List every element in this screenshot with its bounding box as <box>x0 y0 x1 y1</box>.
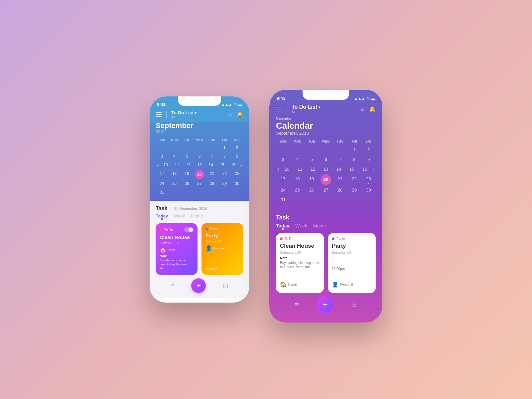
cal-cell-28[interactable]: 28 <box>206 180 218 188</box>
cal2-cell-21[interactable]: 21 <box>333 174 347 185</box>
cal2-cell-3[interactable]: 3 <box>276 155 290 164</box>
cal2-cell-27[interactable]: 27 <box>319 186 333 195</box>
tab-week-2[interactable]: Week <box>295 223 307 230</box>
cal-cell-1[interactable]: 1 <box>218 144 231 152</box>
cal2-cell-11[interactable]: 11 <box>293 165 306 174</box>
cal2-cell-13[interactable]: 13 <box>319 165 332 174</box>
cal2-cell-29[interactable]: 29 <box>347 186 361 195</box>
cal2-cell-22[interactable]: 22 <box>347 174 361 185</box>
cal2-cell-24[interactable]: 24 <box>276 186 290 195</box>
cal-cell-4[interactable]: 4 <box>168 152 181 160</box>
card-todo-1: To Do Clean House Subtasks 0/10 🏠 Home N… <box>156 223 198 275</box>
cal2-cell-31[interactable]: 31 <box>276 195 290 204</box>
cal-cell-14[interactable]: 14 <box>205 161 216 169</box>
card-type-row-todo-2: To Do <box>280 237 320 241</box>
phone-1: 9:41 ▲▲▲ ⊙ ▬ To Do List ▾ <box>150 96 249 303</box>
cal2-cell-25[interactable]: 25 <box>290 186 305 195</box>
toggle-btn-1[interactable] <box>184 227 194 232</box>
tab-today-2[interactable]: Today <box>276 223 289 230</box>
cal-prev-btn-1[interactable]: ‹ <box>156 162 160 168</box>
grid-icon-1[interactable]: ⊟ <box>223 282 228 290</box>
cal2-cell-9[interactable]: 9 <box>361 155 376 164</box>
cal2-cell-10[interactable]: 10 <box>280 165 293 174</box>
list-icon-1[interactable]: ≡ <box>171 282 175 290</box>
cal-cell-18[interactable]: 18 <box>168 170 181 179</box>
cal2-cell-28[interactable]: 28 <box>333 186 347 195</box>
card-event-2: Event Party Subtasks 0/3 19:00pm 👤 Perso… <box>328 233 376 293</box>
home-icon-1: 🏠 <box>160 247 166 253</box>
cal-cell-13[interactable]: 13 <box>194 161 205 169</box>
cal-cell-19[interactable]: 19 <box>181 170 193 179</box>
cal2-cell-26[interactable]: 26 <box>305 186 319 195</box>
search-icon-2[interactable]: ⌕ <box>361 106 364 112</box>
tab-week-1[interactable]: Week <box>174 213 185 220</box>
bell-icon-1[interactable]: 🔔 <box>237 111 243 118</box>
cal-cell-15[interactable]: 15 <box>216 161 228 169</box>
cal-cell-6[interactable]: 6 <box>193 152 206 160</box>
cal-cell-25[interactable]: 25 <box>168 180 181 188</box>
cal-cell-27[interactable]: 27 <box>193 180 206 188</box>
cal-cell-16[interactable]: 16 <box>228 161 239 169</box>
cal-cell-2[interactable]: 2 <box>231 144 243 152</box>
cal-cell-30[interactable]: 30 <box>231 180 243 188</box>
cal2-cell-1[interactable]: 1 <box>347 145 361 154</box>
card-title-todo-1: Clean House <box>160 234 194 240</box>
cal-cell-8[interactable]: 8 <box>218 152 231 160</box>
cal-next-btn-2[interactable]: › <box>371 166 376 172</box>
card-subtitle-todo-1: Subtasks 0/10 <box>160 241 194 245</box>
cal2-cell-12[interactable]: 12 <box>306 165 319 174</box>
cal2-cell-18[interactable]: 18 <box>290 174 305 185</box>
add-btn-1[interactable]: + <box>191 278 206 293</box>
cal-cell-7[interactable]: 7 <box>206 152 218 160</box>
cal2-cell-14[interactable]: 14 <box>332 165 345 174</box>
bell-icon-2[interactable]: 🔔 <box>369 106 376 112</box>
cal2-cell-17[interactable]: 17 <box>276 174 290 185</box>
cal-cell-11[interactable]: 11 <box>171 161 183 169</box>
cal-cell-10[interactable]: 10 <box>160 161 171 169</box>
cal2-cell-30[interactable]: 30 <box>361 186 376 195</box>
day-wed-2: WED <box>319 139 333 144</box>
header-title-2: To Do List ▾ <box>292 104 320 110</box>
grid-icon-2[interactable]: ⊟ <box>351 301 357 309</box>
tab-month-1[interactable]: Month <box>191 213 203 220</box>
calendar-month-2: September, 2018 <box>276 131 376 136</box>
card-tag-row-todo-1: 🏠 Home <box>160 247 194 253</box>
cal-cell-31[interactable]: 31 <box>156 188 168 196</box>
cal-cell-24[interactable]: 24 <box>156 180 168 188</box>
cal2-cell-5[interactable]: 5 <box>305 155 319 164</box>
cal2-cell-19[interactable]: 19 <box>305 174 319 185</box>
cal2-cell-7[interactable]: 7 <box>333 155 347 164</box>
cal-next-btn-1[interactable]: › <box>239 162 243 168</box>
cal-prev-btn-2[interactable]: ‹ <box>276 166 280 172</box>
cal-week-5-2: 24 25 26 27 28 29 30 <box>276 186 376 195</box>
cal2-cell-2[interactable]: 2 <box>361 145 376 154</box>
cal-cell-22[interactable]: 22 <box>218 170 231 179</box>
tab-month-2[interactable]: Month <box>313 223 326 230</box>
add-btn-2[interactable]: + <box>317 296 333 313</box>
cal2-cell-4[interactable]: 4 <box>290 155 305 164</box>
notch-2 <box>303 90 349 100</box>
cal-cell-12[interactable]: 12 <box>183 161 194 169</box>
day-fri-2: FRI <box>347 139 361 144</box>
cal-cell-3[interactable]: 3 <box>156 152 168 160</box>
hamburger-icon-2[interactable] <box>276 107 282 111</box>
search-icon-1[interactable]: ⌕ <box>229 112 232 118</box>
cal-cell-29[interactable]: 29 <box>218 180 231 188</box>
cal-cell-17[interactable]: 17 <box>156 170 168 179</box>
cal-cell-today-1[interactable]: 20 <box>195 170 204 179</box>
cal2-cell-8[interactable]: 8 <box>347 155 361 164</box>
tab-today-1[interactable]: Today <box>156 213 168 220</box>
cal-cell-5[interactable]: 5 <box>181 152 193 160</box>
cal2-cell-16[interactable]: 16 <box>358 165 371 174</box>
cal2-cell-23[interactable]: 23 <box>361 174 376 185</box>
card-type-row-todo-1: To Do <box>160 227 194 232</box>
cal-cell-9[interactable]: 9 <box>231 152 243 160</box>
hamburger-icon-1[interactable] <box>156 112 162 117</box>
cal-cell-26[interactable]: 26 <box>181 180 193 188</box>
list-icon-2[interactable]: ≡ <box>295 301 299 309</box>
cal2-cell-today[interactable]: 20 <box>321 174 331 185</box>
cal-cell-23[interactable]: 23 <box>231 170 243 179</box>
cal-cell-21[interactable]: 21 <box>206 170 218 179</box>
cal2-cell-6[interactable]: 6 <box>319 155 333 164</box>
cal2-cell-15[interactable]: 15 <box>345 165 358 174</box>
